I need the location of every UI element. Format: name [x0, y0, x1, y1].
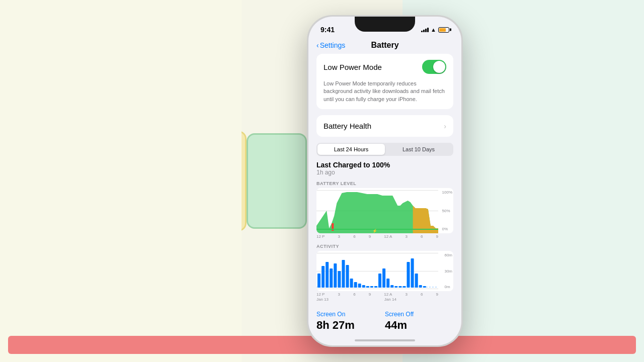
date-labels: Jan 13 Jan 14 [316, 297, 453, 302]
chevron-right-icon: › [444, 122, 446, 130]
activity-chart-label: ACTIVITY [316, 244, 453, 249]
phone-notch [355, 17, 415, 32]
screen-on-label: Screen On [316, 311, 385, 318]
back-button[interactable]: ‹ Settings [316, 41, 345, 49]
activity-section: ACTIVITY 60m 30m 0m [316, 244, 453, 302]
y-act-0: 0m [444, 285, 452, 289]
svg-rect-22 [386, 279, 389, 288]
svg-rect-7 [326, 262, 329, 288]
low-power-row: Low Power Mode [316, 54, 453, 80]
last-charged-section: Last Charged to 100% 1h ago [316, 161, 453, 176]
battery-level-section: BATTERY LEVEL 100% 50% 0% [316, 181, 453, 239]
svg-rect-11 [342, 260, 345, 288]
back-label: Settings [320, 41, 346, 49]
svg-rect-14 [354, 282, 357, 288]
activity-y-labels: 60m 30m 0m [444, 251, 452, 291]
battery-health-label: Battery Health [324, 122, 371, 130]
svg-rect-10 [338, 271, 341, 288]
svg-rect-21 [382, 268, 385, 288]
last-charged-subtitle: 1h ago [316, 169, 453, 176]
screen-off-label: Screen Off [385, 311, 453, 318]
screen-off-stat: Screen Off 44m [385, 311, 453, 332]
screen-on-stat: Screen On 8h 27m [316, 311, 385, 332]
svg-rect-6 [321, 266, 325, 288]
svg-rect-20 [378, 274, 381, 288]
stats-row: Screen On 8h 27m Screen Off 44m [316, 307, 453, 334]
wifi-icon: ▲ [431, 27, 436, 33]
battery-health-row[interactable]: Battery Health › [316, 115, 453, 137]
signal-bars-icon [421, 28, 429, 32]
battery-level-chart: 100% 50% 0% ⚡ [316, 188, 453, 233]
low-power-description: Low Power Mode temporarily reduces backg… [316, 80, 453, 109]
battery-chart-svg: ⚡ [316, 188, 438, 233]
status-icons: ▲ [421, 27, 449, 33]
time-segment-control[interactable]: Last 24 Hours Last 10 Days [316, 143, 453, 156]
battery-fill [439, 28, 446, 32]
battery-icon [438, 27, 449, 33]
y-label-100: 100% [442, 190, 452, 195]
screen-on-value: 8h 27m [316, 319, 385, 332]
svg-rect-12 [346, 265, 349, 288]
y-label-50: 50% [442, 209, 452, 213]
y-act-60: 60m [444, 253, 452, 257]
page-title: Battery [371, 41, 398, 50]
svg-rect-9 [334, 263, 337, 288]
low-power-toggle[interactable] [422, 60, 446, 74]
last-charged-title: Last Charged to 100% [316, 161, 453, 169]
y-label-0: 0% [442, 227, 452, 231]
background-left [0, 0, 242, 362]
toggle-thumb [433, 61, 445, 73]
svg-rect-29 [415, 274, 418, 288]
battery-x-labels: 12 P 3 6 9 12 A 3 6 9 [316, 233, 453, 239]
nav-bar: ‹ Settings Battery [308, 39, 461, 54]
y-act-30: 30m [444, 269, 452, 274]
svg-text:⚡: ⚡ [372, 228, 378, 233]
phone-frame: 9:41 ▲ ‹ Settings Battery [307, 15, 463, 347]
activity-bars-svg [316, 251, 438, 291]
home-indicator [355, 339, 415, 341]
activity-chart: 60m 30m 0m [316, 251, 453, 291]
chevron-left-icon: ‹ [316, 41, 319, 49]
deco-battery-right [247, 133, 307, 229]
phone-screen: 9:41 ▲ ‹ Settings Battery [308, 17, 461, 345]
svg-rect-8 [330, 268, 333, 288]
svg-rect-5 [317, 274, 320, 288]
content-area: Low Power Mode Low Power Mode temporaril… [308, 54, 461, 338]
activity-x-labels: 12 P 3 6 9 12 A 3 6 9 [316, 291, 453, 297]
battery-level-chart-label: BATTERY LEVEL [316, 181, 453, 186]
low-power-card: Low Power Mode Low Power Mode temporaril… [316, 54, 453, 109]
svg-rect-13 [350, 279, 353, 288]
status-time: 9:41 [320, 26, 335, 34]
svg-rect-27 [407, 262, 410, 288]
segment-10d[interactable]: Last 10 Days [385, 144, 452, 155]
svg-rect-28 [411, 258, 414, 288]
segment-24h[interactable]: Last 24 Hours [317, 144, 385, 155]
screen-off-value: 44m [385, 319, 453, 332]
chart-y-labels: 100% 50% 0% [442, 188, 452, 233]
low-power-label: Low Power Mode [324, 63, 382, 71]
